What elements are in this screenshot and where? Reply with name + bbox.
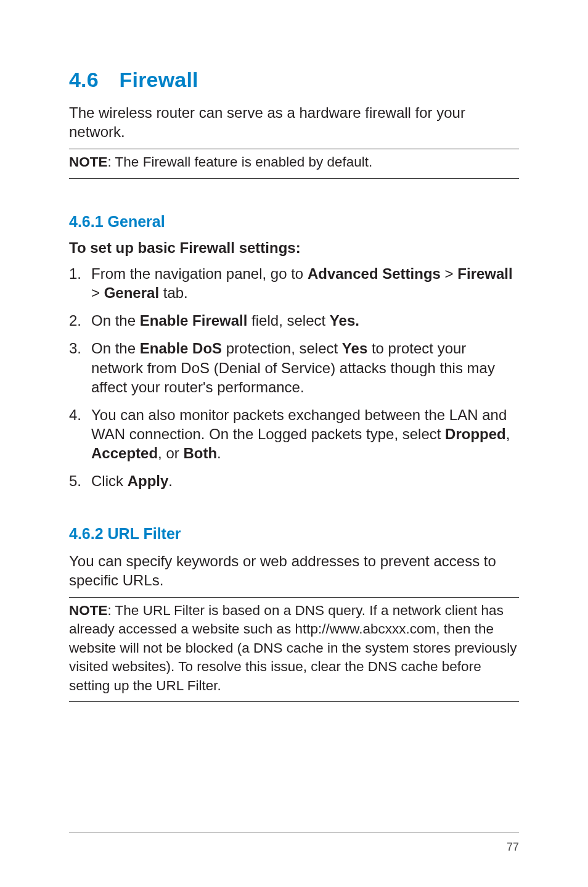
step-text: >: [91, 284, 104, 301]
note2-top-rule: [69, 597, 519, 598]
page: 4.6 Firewall The wireless router can ser…: [0, 0, 588, 887]
step-text: protection, select: [222, 340, 342, 357]
step-bold: General: [104, 284, 159, 301]
note2-text: : The URL Filter is based on a DNS query…: [69, 603, 517, 693]
step-5: 5. Click Apply.: [69, 471, 519, 490]
section-title: 4.6 Firewall: [69, 68, 519, 92]
section-name: Firewall: [120, 68, 198, 92]
step-text: tab.: [159, 284, 188, 301]
step-text: On the: [91, 340, 140, 357]
step-text: , or: [158, 445, 183, 461]
note1-label: NOTE: [69, 154, 108, 170]
step-bold: Enable Firewall: [140, 312, 248, 329]
section-intro: The wireless router can serve as a hardw…: [69, 103, 519, 141]
step-content: On the Enable DoS protection, select Yes…: [91, 340, 495, 395]
urlfilter-heading: 4.6.2 URL Filter: [69, 525, 519, 543]
page-number: 77: [507, 841, 519, 854]
step-marker: 3.: [69, 339, 81, 358]
step-text: .: [168, 472, 173, 489]
urlfilter-intro: You can specify keywords or web addresse…: [69, 551, 519, 590]
step-text: .: [217, 445, 221, 461]
step-bold: Firewall: [457, 265, 512, 282]
general-instr-title: To set up basic Firewall settings:: [69, 239, 519, 257]
step-4: 4. You can also monitor packets exchange…: [69, 405, 519, 463]
footer-rule: [69, 832, 519, 833]
note-2: NOTE: The URL Filter is based on a DNS q…: [69, 601, 519, 695]
general-heading: 4.6.1 General: [69, 213, 519, 231]
step-bold: Apply: [128, 472, 169, 489]
step-bold: Dropped: [445, 426, 506, 442]
step-marker: 1.: [69, 264, 81, 283]
step-text: From the navigation panel, go to: [91, 265, 308, 282]
step-1: 1. From the navigation panel, go to Adva…: [69, 264, 519, 302]
step-bold: Yes.: [330, 312, 359, 329]
step-bold: Enable DoS: [140, 340, 222, 357]
step-content: On the Enable Firewall field, select Yes…: [91, 312, 359, 329]
note1-bottom-rule: [69, 178, 519, 179]
step-2: 2. On the Enable Firewall field, select …: [69, 311, 519, 330]
note2-bottom-rule: [69, 701, 519, 702]
step-content: You can also monitor packets exchanged b…: [91, 406, 510, 461]
note2-label: NOTE: [69, 603, 108, 618]
section-number: 4.6: [69, 68, 99, 92]
step-marker: 4.: [69, 405, 81, 424]
step-content: From the navigation panel, go to Advance…: [91, 265, 513, 301]
note1-text: : The Firewall feature is enabled by def…: [108, 154, 373, 170]
step-bold: Yes: [342, 340, 367, 357]
note1-top-rule: [69, 149, 519, 149]
general-steps: 1. From the navigation panel, go to Adva…: [69, 264, 519, 491]
step-content: Click Apply.: [91, 472, 173, 489]
step-marker: 5.: [69, 471, 81, 490]
step-3: 3. On the Enable DoS protection, select …: [69, 339, 519, 397]
step-bold: Advanced Settings: [308, 265, 441, 282]
step-text: ,: [506, 426, 510, 442]
step-text: >: [441, 265, 457, 282]
step-bold: Both: [183, 445, 217, 461]
step-text: field, select: [247, 312, 329, 329]
note-1: NOTE: The Firewall feature is enabled by…: [69, 153, 519, 171]
step-text: On the: [91, 312, 140, 329]
step-bold: Accepted: [91, 445, 158, 461]
step-text: Click: [91, 472, 128, 489]
step-marker: 2.: [69, 311, 81, 330]
